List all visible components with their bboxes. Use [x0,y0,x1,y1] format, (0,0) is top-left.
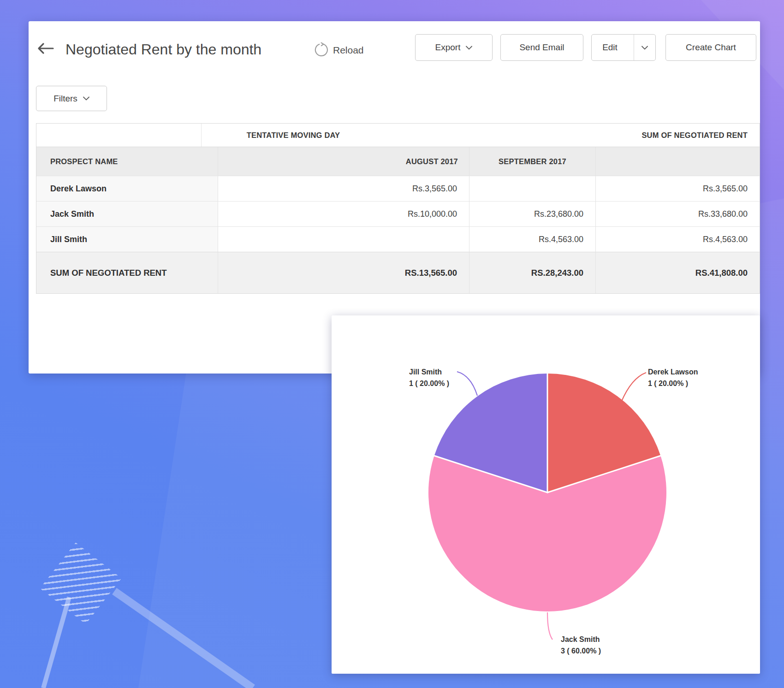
chart-panel: Jill Smith 1 ( 20.00% ) Derek Lawson 1 (… [332,315,760,674]
table-row[interactable]: Derek Lawson Rs.3,565.00 Rs.3,565.00 [36,176,760,201]
column-header-prospect-name[interactable]: PROSPECT NAME [36,147,218,176]
reload-icon [314,42,329,58]
edit-dropdown-button[interactable] [634,35,655,60]
september-value-cell [469,176,595,201]
leader-line-jill-smith [457,372,477,396]
pie-label-jack-smith: Jack Smith 3 ( 60.00% ) [561,634,601,657]
leader-line-jack-smith [547,612,552,640]
prospect-name-cell: Derek Lawson [36,176,218,201]
chevron-down-icon [466,46,472,50]
pie-label-name: Jack Smith [561,634,601,645]
summary-label-cell: SUM OF NEGOTIATED RENT [36,252,218,293]
pie-label-jill-smith: Jill Smith 1 ( 20.00% ) [409,366,449,389]
pie-label-name: Jill Smith [409,366,449,378]
row-total-cell: Rs.3,565.00 [595,176,760,201]
column-group-header: TENTATIVE MOVING DAY [201,124,386,147]
chevron-down-icon [83,96,89,101]
august-value-cell [218,227,469,252]
create-chart-button[interactable]: Create Chart [665,34,756,61]
august-value-cell: Rs.3,565.00 [218,176,469,201]
prospect-name-cell: Jack Smith [36,202,218,226]
row-total-cell: Rs.33,680.00 [595,202,760,226]
edit-button[interactable]: Edit [592,35,628,60]
reload-button[interactable]: Reload [314,42,364,58]
summary-total-cell: RS.41,808.00 [595,252,760,293]
back-button[interactable] [35,38,56,59]
export-label: Export [435,42,461,53]
table-group-header-row: TENTATIVE MOVING DAY SUM OF NEGOTIATED R… [36,124,760,147]
column-header-september-2017[interactable]: SEPTEMBER 2017 [469,147,595,176]
sum-column-header: SUM OF NEGOTIATED RENT [641,124,748,147]
create-chart-label: Create Chart [686,42,736,53]
september-value-cell: Rs.23,680.00 [469,202,595,226]
pie-label-value: 1 ( 20.00% ) [409,378,449,389]
send-email-label: Send Email [519,42,564,53]
decoration-stick-left [43,597,69,688]
back-arrow-icon [37,42,54,54]
filters-button[interactable]: Filters [36,86,107,111]
table-row[interactable]: Jill Smith Rs.4,563.00 Rs.4,563.00 [36,226,760,252]
filters-label: Filters [53,94,77,104]
row-total-cell: Rs.4,563.00 [595,227,760,252]
table-summary-row: SUM OF NEGOTIATED RENT RS.13,565.00 RS.2… [36,252,760,293]
column-header-empty [595,147,760,176]
chevron-down-icon [641,46,648,50]
edit-label: Edit [602,42,618,53]
column-header-august-2017[interactable]: AUGUST 2017 [218,147,469,176]
table-row[interactable]: Jack Smith Rs.10,000.00 Rs.23,680.00 Rs.… [36,201,760,226]
pie-label-value: 1 ( 20.00% ) [648,378,698,389]
summary-september-cell: RS.28,243.00 [469,252,595,293]
summary-august-cell: RS.13,565.00 [218,252,469,293]
prospect-name-cell: Jill Smith [36,227,218,252]
pie-label-derek-lawson: Derek Lawson 1 ( 20.00% ) [648,366,698,389]
send-email-button[interactable]: Send Email [500,34,583,61]
leader-line-derek-lawson [621,373,646,402]
table-column-header-row: PROSPECT NAME AUGUST 2017 SEPTEMBER 2017 [36,147,760,176]
export-button[interactable]: Export [415,34,493,61]
page-title: Negotiated Rent by the month [65,41,261,58]
pie-label-value: 3 ( 60.00% ) [561,645,601,657]
edit-split-button: Edit [591,34,656,61]
august-value-cell: Rs.10,000.00 [218,202,469,226]
pivot-table: TENTATIVE MOVING DAY SUM OF NEGOTIATED R… [36,123,760,294]
september-value-cell: Rs.4,563.00 [469,227,595,252]
pie-label-name: Derek Lawson [648,366,698,378]
reload-label: Reload [333,45,364,56]
